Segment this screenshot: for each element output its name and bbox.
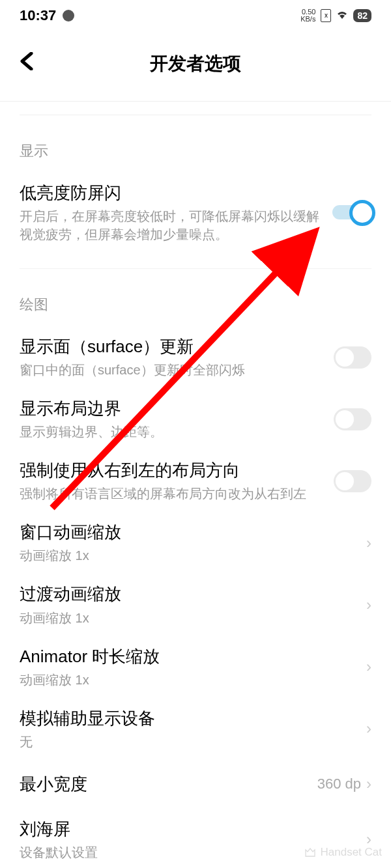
setting-desc: 动画缩放 1x	[20, 671, 353, 689]
setting-title: 窗口动画缩放	[20, 521, 353, 544]
watermark: Handset Cat	[304, 846, 383, 859]
setting-desc: 无	[20, 733, 353, 751]
chevron-right-icon: ›	[366, 720, 371, 738]
compass-icon	[63, 10, 74, 21]
back-button[interactable]	[20, 52, 34, 75]
setting-title: 显示面（surface）更新	[20, 335, 321, 358]
setting-min-width[interactable]: 最小宽度 360 dp ›	[20, 760, 371, 809]
setting-desc: 动画缩放 1x	[20, 546, 353, 565]
setting-desc: 显示剪辑边界、边距等。	[20, 423, 321, 441]
layout-bounds-toggle[interactable]	[334, 408, 371, 430]
setting-desc: 窗口中的面（surface）更新时全部闪烁	[20, 361, 321, 379]
sim-icon: x	[321, 9, 331, 22]
setting-title: 刘海屏	[20, 818, 353, 841]
chevron-right-icon: ›	[366, 658, 371, 676]
anti-flicker-toggle[interactable]	[332, 200, 371, 226]
setting-notch[interactable]: 刘海屏 设备默认设置 ›	[20, 809, 371, 868]
setting-desc: 动画缩放 1x	[20, 609, 353, 627]
setting-value: 360 dp	[317, 776, 361, 792]
chevron-right-icon: ›	[366, 534, 371, 552]
status-time: 10:37	[20, 7, 56, 24]
setting-force-rtl[interactable]: 强制使用从右到左的布局方向 强制将所有语言区域的屏幕布局方向改为从右到左	[20, 450, 371, 512]
network-speed-indicator: 0.50 KB/s	[300, 8, 315, 23]
setting-title: 过渡动画缩放	[20, 583, 353, 606]
setting-title: 低亮度防屏闪	[20, 182, 319, 204]
setting-title: 模拟辅助显示设备	[20, 707, 353, 730]
page-title: 开发者选项	[0, 51, 391, 76]
setting-title: 显示布局边界	[20, 397, 321, 420]
setting-title: 强制使用从右到左的布局方向	[20, 459, 321, 482]
setting-desc: 强制将所有语言区域的屏幕布局方向改为从右到左	[20, 484, 321, 503]
surface-updates-toggle[interactable]	[334, 346, 371, 369]
header-separator	[0, 101, 391, 102]
setting-secondary-display[interactable]: 模拟辅助显示设备 无 ›	[20, 698, 371, 760]
setting-title: Animator 时长缩放	[20, 645, 353, 668]
setting-title: 最小宽度	[20, 773, 304, 796]
setting-transition-anim[interactable]: 过渡动画缩放 动画缩放 1x ›	[20, 574, 371, 636]
setting-window-anim[interactable]: 窗口动画缩放 动画缩放 1x ›	[20, 512, 371, 574]
page-header: 开发者选项	[0, 33, 391, 101]
battery-indicator: 82	[353, 9, 371, 22]
setting-anti-flicker[interactable]: 低亮度防屏闪 开启后，在屏幕亮度较低时，可降低屏幕闪烁以缓解视觉疲劳，但屏幕会增…	[20, 173, 371, 253]
force-rtl-toggle[interactable]	[334, 470, 371, 492]
status-bar: 10:37 0.50 KB/s x 82	[0, 0, 391, 33]
section-header-drawing: 绘图	[20, 269, 371, 326]
setting-surface-updates[interactable]: 显示面（surface）更新 窗口中的面（surface）更新时全部闪烁	[20, 326, 371, 388]
setting-animator-duration[interactable]: Animator 时长缩放 动画缩放 1x ›	[20, 636, 371, 698]
setting-desc: 开启后，在屏幕亮度较低时，可降低屏幕闪烁以缓解视觉疲劳，但屏幕会增加少量噪点。	[20, 207, 319, 244]
chevron-right-icon: ›	[366, 596, 371, 614]
chevron-right-icon: ›	[366, 775, 371, 793]
setting-layout-bounds[interactable]: 显示布局边界 显示剪辑边界、边距等。	[20, 388, 371, 450]
wifi-icon	[336, 9, 348, 23]
section-header-display: 显示	[20, 115, 371, 173]
